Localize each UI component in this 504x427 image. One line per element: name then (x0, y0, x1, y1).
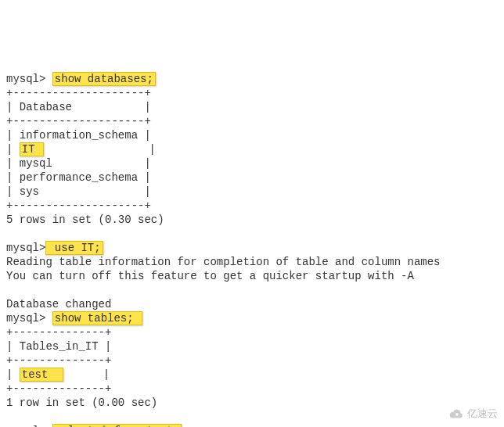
db-row-mysql: | mysql | (6, 157, 151, 170)
db-border-top: +--------------------+ (6, 87, 151, 99)
tbl-border-top: +--------------+ (6, 326, 111, 339)
highlight-it: IT (20, 142, 44, 156)
highlight-show-tables: show tables; (52, 311, 142, 325)
tbl-border-bot: +--------------+ (6, 382, 111, 395)
db-row-information-schema: | information_schema | (6, 129, 151, 142)
db-row-performance-schema: | performance_schema | (6, 171, 151, 184)
db-border-bot: +--------------------+ (6, 199, 151, 212)
db-border-mid: +--------------------+ (6, 115, 151, 127)
watermark: 亿速云 (447, 407, 498, 421)
database-changed: Database changed (6, 298, 111, 310)
prompt: mysql> (6, 312, 45, 325)
svg-point-0 (455, 413, 459, 416)
tbl-border-mid: +--------------+ (6, 354, 111, 367)
db-summary: 5 rows in set (0.30 sec) (6, 214, 164, 226)
prompt: mysql> (6, 73, 45, 85)
db-row-it-pre: | (6, 143, 20, 156)
watermark-text: 亿速云 (467, 407, 498, 421)
db-row-sys: | sys | (6, 185, 151, 198)
terminal-output: mysql> show databases; +----------------… (0, 56, 504, 427)
prompt: mysql> (6, 242, 45, 254)
reading-line-2: You can turn off this feature to get a q… (6, 270, 414, 282)
cloud-icon (447, 407, 464, 420)
tbl-row-post: | (63, 368, 110, 381)
db-header: | Database | (6, 101, 151, 113)
tbl-summary: 1 row in set (0.00 sec) (6, 396, 157, 409)
tbl-row-pre: | (6, 368, 20, 381)
highlight-show-databases: show databases; (52, 72, 156, 86)
db-row-it-post: | (44, 143, 156, 156)
reading-line-1: Reading table information for completion… (6, 256, 441, 268)
highlight-test: test (20, 368, 63, 382)
tbl-header: | Tables_in_IT | (6, 340, 111, 353)
highlight-use-it: use IT; (45, 241, 103, 255)
highlight-select: select * from test; (52, 424, 182, 427)
